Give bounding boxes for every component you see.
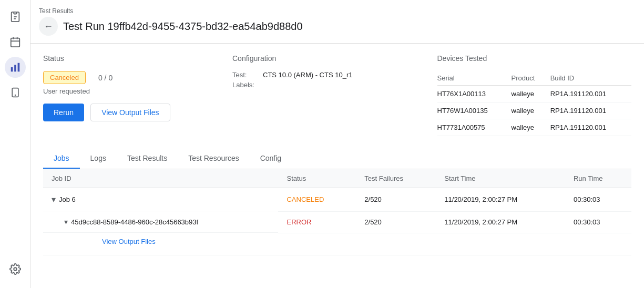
tab-jobs[interactable]: Jobs bbox=[43, 149, 80, 169]
user-requested-text: User requested bbox=[43, 87, 222, 95]
job-id: ▾ Job 6 bbox=[43, 188, 278, 211]
jobs-col-start: Start Time bbox=[436, 169, 565, 188]
job-run-time: 00:30:03 bbox=[565, 188, 631, 212]
table-row: HT7731A00575 walleye RP1A.191120.001 bbox=[437, 119, 632, 136]
device-product: walleye bbox=[512, 119, 550, 136]
table-row: ▾ Job 6 CANCELED 2/520 11/20/2019, 2:00:… bbox=[43, 188, 631, 212]
table-row: ▾ 45d9cc88-8589-4486-960c-28c45663b93f E… bbox=[43, 211, 631, 233]
jobs-col-failures: Test Failures bbox=[356, 169, 436, 188]
svg-rect-8 bbox=[14, 65, 16, 71]
svg-rect-9 bbox=[17, 63, 19, 72]
devices-heading: Devices Tested bbox=[437, 54, 632, 63]
sub-job-failures: 2/520 bbox=[356, 211, 436, 233]
device-serial: HT76W1A00135 bbox=[437, 102, 512, 119]
progress-count: 0 / 0 bbox=[98, 74, 113, 82]
svg-rect-3 bbox=[11, 38, 19, 47]
sidebar bbox=[0, 0, 30, 288]
view-output-button[interactable]: View Output Files bbox=[90, 104, 170, 121]
device-build-id: RP1A.191120.001 bbox=[550, 119, 631, 136]
sidebar-icon-calendar[interactable] bbox=[5, 32, 26, 53]
status-heading: Status bbox=[43, 54, 222, 63]
tabs: Jobs Logs Test Results Test Resources Co… bbox=[43, 149, 631, 169]
job-start-time: 11/20/2019, 2:00:27 PM bbox=[436, 188, 565, 212]
svg-rect-0 bbox=[14, 12, 17, 14]
jobs-col-runtime: Run Time bbox=[565, 169, 631, 188]
job-status: CANCELED bbox=[278, 188, 356, 212]
main-panel: Test Results ← Test Run 19ffb42d-9455-43… bbox=[30, 0, 644, 288]
content-area: Status Canceled 0 / 0 User requested Rer… bbox=[30, 44, 644, 288]
page-title-row: ← Test Run 19ffb42d-9455-4375-bd32-ea54a… bbox=[39, 17, 631, 36]
tab-logs[interactable]: Logs bbox=[80, 149, 117, 169]
expand-icon[interactable]: ▾ bbox=[52, 194, 56, 204]
tab-test-resources[interactable]: Test Resources bbox=[178, 149, 249, 169]
device-serial: HT7731A00575 bbox=[437, 119, 512, 136]
sub-job-start-time: 11/20/2019, 2:00:27 PM bbox=[436, 211, 565, 233]
config-test-row: Test: CTS 10.0 (ARM) - CTS 10_r1 bbox=[232, 71, 427, 79]
sidebar-icon-chart[interactable] bbox=[5, 57, 26, 78]
jobs-table: Job ID Status Test Failures Start Time R… bbox=[43, 169, 631, 255]
jobs-col-status: Status bbox=[278, 169, 356, 188]
sidebar-icon-clipboard[interactable] bbox=[5, 6, 26, 27]
status-row: Canceled 0 / 0 bbox=[43, 71, 222, 84]
tab-config[interactable]: Config bbox=[250, 149, 292, 169]
configuration-section: Configuration Test: CTS 10.0 (ARM) - CTS… bbox=[222, 54, 427, 136]
tab-test-results[interactable]: Test Results bbox=[117, 149, 178, 169]
device-build-id: RP1A.191120.001 bbox=[550, 102, 631, 119]
table-row: HT76X1A00113 walleye RP1A.191120.001 bbox=[437, 86, 632, 102]
svg-rect-7 bbox=[11, 67, 13, 71]
device-product: walleye bbox=[512, 86, 550, 102]
jobs-col-id: Job ID bbox=[43, 169, 278, 188]
sidebar-icon-settings[interactable] bbox=[5, 259, 26, 280]
config-labels-row: Labels: bbox=[232, 81, 427, 89]
devices-table: Serial Product Build ID HT76X1A00113 wal… bbox=[437, 71, 632, 136]
devices-col-product: Product bbox=[512, 71, 550, 86]
devices-col-build: Build ID bbox=[550, 71, 631, 86]
status-badge: Canceled bbox=[43, 71, 86, 84]
sub-job-run-time: 00:30:03 bbox=[565, 211, 631, 233]
svg-point-12 bbox=[14, 268, 17, 271]
devices-section: Devices Tested Serial Product Build ID H… bbox=[427, 54, 632, 136]
test-label: Test: bbox=[232, 71, 259, 79]
status-section: Status Canceled 0 / 0 User requested Rer… bbox=[43, 54, 222, 136]
job-failures: 2/520 bbox=[356, 188, 436, 212]
device-serial: HT76X1A00113 bbox=[437, 86, 512, 102]
header: Test Results ← Test Run 19ffb42d-9455-43… bbox=[30, 0, 644, 44]
rerun-button[interactable]: Rerun bbox=[43, 104, 84, 121]
configuration-heading: Configuration bbox=[232, 54, 427, 63]
sub-expand-icon[interactable]: ▾ bbox=[64, 218, 68, 226]
sub-job-id: ▾ 45d9cc88-8589-4486-960c-28c45663b93f bbox=[43, 211, 278, 233]
view-output-link[interactable]: View Output Files bbox=[73, 235, 623, 250]
sub-job-status: ERROR bbox=[278, 211, 356, 233]
table-row: HT76W1A00135 walleye RP1A.191120.001 bbox=[437, 102, 632, 119]
back-button[interactable]: ← bbox=[39, 17, 58, 36]
page-title: Test Run 19ffb42d-9455-4375-bd32-ea54ab9… bbox=[63, 20, 303, 33]
info-grid: Status Canceled 0 / 0 User requested Rer… bbox=[43, 54, 631, 136]
view-output-row: View Output Files bbox=[43, 233, 631, 255]
labels-label: Labels: bbox=[232, 81, 259, 89]
action-buttons: Rerun View Output Files bbox=[43, 104, 222, 121]
devices-col-serial: Serial bbox=[437, 71, 512, 86]
sidebar-icon-phone[interactable] bbox=[5, 82, 26, 103]
device-product: walleye bbox=[512, 102, 550, 119]
device-build-id: RP1A.191120.001 bbox=[550, 86, 631, 102]
breadcrumb: Test Results bbox=[39, 7, 631, 15]
test-value: CTS 10.0 (ARM) - CTS 10_r1 bbox=[263, 71, 353, 79]
